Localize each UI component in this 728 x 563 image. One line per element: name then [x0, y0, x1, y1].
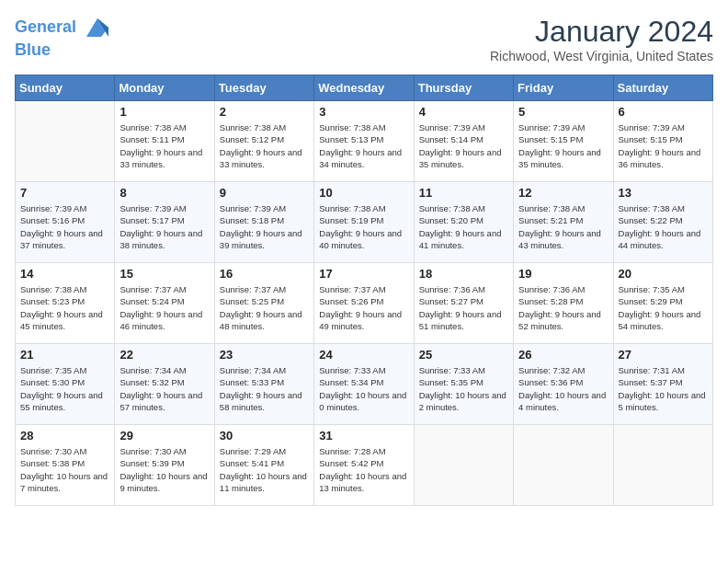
calendar-cell: 12Sunrise: 7:38 AMSunset: 5:21 PMDayligh… — [514, 182, 613, 263]
calendar-cell: 4Sunrise: 7:39 AMSunset: 5:14 PMDaylight… — [414, 101, 513, 182]
calendar-cell: 30Sunrise: 7:29 AMSunset: 5:41 PMDayligh… — [214, 425, 313, 506]
cell-info: Sunrise: 7:39 AMSunset: 5:15 PMDaylight:… — [619, 121, 708, 170]
day-number: 7 — [20, 186, 109, 200]
day-number: 5 — [518, 105, 608, 119]
weekday-header-row: SundayMondayTuesdayWednesdayThursdayFrid… — [16, 75, 713, 101]
calendar-cell: 18Sunrise: 7:36 AMSunset: 5:27 PMDayligh… — [414, 263, 513, 344]
cell-info: Sunrise: 7:39 AMSunset: 5:18 PMDaylight:… — [220, 202, 309, 251]
calendar-week-row: 21Sunrise: 7:35 AMSunset: 5:30 PMDayligh… — [16, 344, 713, 425]
cell-info: Sunrise: 7:37 AMSunset: 5:26 PMDaylight:… — [319, 283, 408, 332]
day-number: 26 — [518, 348, 608, 362]
calendar-cell: 3Sunrise: 7:38 AMSunset: 5:13 PMDaylight… — [314, 101, 414, 182]
day-number: 19 — [518, 267, 608, 281]
location: Richwood, West Virginia, United States — [490, 49, 713, 63]
calendar-cell: 26Sunrise: 7:32 AMSunset: 5:36 PMDayligh… — [514, 344, 613, 425]
calendar-cell: 21Sunrise: 7:35 AMSunset: 5:30 PMDayligh… — [16, 344, 115, 425]
day-number: 31 — [319, 429, 408, 442]
title-area: January 2024 Richwood, West Virginia, Un… — [490, 15, 713, 63]
cell-info: Sunrise: 7:37 AMSunset: 5:24 PMDaylight:… — [119, 283, 209, 332]
weekday-header-monday: Monday — [115, 75, 214, 101]
cell-info: Sunrise: 7:35 AMSunset: 5:30 PMDaylight:… — [20, 364, 109, 413]
day-number: 14 — [20, 267, 109, 281]
calendar-cell: 6Sunrise: 7:39 AMSunset: 5:15 PMDaylight… — [613, 101, 712, 182]
day-number: 9 — [220, 186, 309, 200]
calendar-week-row: 28Sunrise: 7:30 AMSunset: 5:38 PMDayligh… — [16, 425, 713, 506]
day-number: 17 — [319, 267, 408, 281]
cell-info: Sunrise: 7:39 AMSunset: 5:14 PMDaylight:… — [419, 121, 508, 170]
calendar-cell: 22Sunrise: 7:34 AMSunset: 5:32 PMDayligh… — [115, 344, 214, 425]
day-number: 25 — [419, 348, 508, 362]
calendar-cell: 28Sunrise: 7:30 AMSunset: 5:38 PMDayligh… — [16, 425, 115, 506]
calendar-cell — [16, 101, 115, 182]
day-number: 12 — [518, 186, 608, 200]
calendar-cell: 17Sunrise: 7:37 AMSunset: 5:26 PMDayligh… — [314, 263, 414, 344]
cell-info: Sunrise: 7:35 AMSunset: 5:29 PMDaylight:… — [619, 283, 708, 332]
calendar-table: SundayMondayTuesdayWednesdayThursdayFrid… — [15, 75, 713, 506]
weekday-header-wednesday: Wednesday — [314, 75, 414, 101]
day-number: 2 — [220, 105, 309, 119]
calendar-cell: 10Sunrise: 7:38 AMSunset: 5:19 PMDayligh… — [314, 182, 414, 263]
cell-info: Sunrise: 7:33 AMSunset: 5:35 PMDaylight:… — [419, 364, 508, 413]
weekday-header-thursday: Thursday — [414, 75, 513, 101]
day-number: 30 — [220, 429, 309, 442]
calendar-cell: 11Sunrise: 7:38 AMSunset: 5:20 PMDayligh… — [414, 182, 513, 263]
day-number: 4 — [419, 105, 508, 119]
cell-info: Sunrise: 7:38 AMSunset: 5:22 PMDaylight:… — [619, 202, 708, 251]
day-number: 18 — [419, 267, 508, 281]
cell-info: Sunrise: 7:32 AMSunset: 5:36 PMDaylight:… — [518, 364, 608, 413]
calendar-cell: 1Sunrise: 7:38 AMSunset: 5:11 PMDaylight… — [115, 101, 214, 182]
day-number: 27 — [619, 348, 708, 362]
calendar-cell: 7Sunrise: 7:39 AMSunset: 5:16 PMDaylight… — [16, 182, 115, 263]
cell-info: Sunrise: 7:38 AMSunset: 5:11 PMDaylight:… — [119, 121, 209, 170]
cell-info: Sunrise: 7:29 AMSunset: 5:41 PMDaylight:… — [220, 445, 309, 494]
day-number: 29 — [119, 429, 209, 442]
calendar-cell: 23Sunrise: 7:34 AMSunset: 5:33 PMDayligh… — [214, 344, 313, 425]
day-number: 13 — [619, 186, 708, 200]
day-number: 16 — [220, 267, 309, 281]
cell-info: Sunrise: 7:34 AMSunset: 5:32 PMDaylight:… — [119, 364, 209, 413]
cell-info: Sunrise: 7:39 AMSunset: 5:15 PMDaylight:… — [518, 121, 608, 170]
day-number: 11 — [419, 186, 508, 200]
day-number: 6 — [619, 105, 708, 119]
calendar-cell: 27Sunrise: 7:31 AMSunset: 5:37 PMDayligh… — [613, 344, 712, 425]
cell-info: Sunrise: 7:39 AMSunset: 5:16 PMDaylight:… — [20, 202, 109, 251]
cell-info: Sunrise: 7:30 AMSunset: 5:39 PMDaylight:… — [119, 445, 209, 494]
cell-info: Sunrise: 7:36 AMSunset: 5:28 PMDaylight:… — [518, 283, 608, 332]
day-number: 23 — [220, 348, 309, 362]
logo: General Blue — [15, 15, 112, 61]
weekday-header-tuesday: Tuesday — [214, 75, 313, 101]
day-number: 20 — [619, 267, 708, 281]
weekday-header-sunday: Sunday — [16, 75, 115, 101]
cell-info: Sunrise: 7:38 AMSunset: 5:23 PMDaylight:… — [20, 283, 109, 332]
calendar-cell: 25Sunrise: 7:33 AMSunset: 5:35 PMDayligh… — [414, 344, 513, 425]
day-number: 3 — [319, 105, 408, 119]
day-number: 8 — [119, 186, 209, 200]
day-number: 21 — [20, 348, 109, 362]
page-header: General Blue January 2024 Richwood, West… — [15, 15, 713, 63]
cell-info: Sunrise: 7:38 AMSunset: 5:19 PMDaylight:… — [319, 202, 408, 251]
cell-info: Sunrise: 7:38 AMSunset: 5:20 PMDaylight:… — [419, 202, 508, 251]
calendar-cell: 31Sunrise: 7:28 AMSunset: 5:42 PMDayligh… — [314, 425, 414, 506]
cell-info: Sunrise: 7:37 AMSunset: 5:25 PMDaylight:… — [220, 283, 309, 332]
calendar-cell: 16Sunrise: 7:37 AMSunset: 5:25 PMDayligh… — [214, 263, 313, 344]
calendar-cell — [514, 425, 613, 506]
day-number: 28 — [20, 429, 109, 442]
cell-info: Sunrise: 7:28 AMSunset: 5:42 PMDaylight:… — [319, 445, 408, 494]
calendar-cell: 2Sunrise: 7:38 AMSunset: 5:12 PMDaylight… — [214, 101, 313, 182]
day-number: 1 — [119, 105, 209, 119]
calendar-cell: 19Sunrise: 7:36 AMSunset: 5:28 PMDayligh… — [514, 263, 613, 344]
cell-info: Sunrise: 7:31 AMSunset: 5:37 PMDaylight:… — [619, 364, 708, 413]
day-number: 24 — [319, 348, 408, 362]
cell-info: Sunrise: 7:38 AMSunset: 5:13 PMDaylight:… — [319, 121, 408, 170]
calendar-cell: 20Sunrise: 7:35 AMSunset: 5:29 PMDayligh… — [613, 263, 712, 344]
calendar-cell: 15Sunrise: 7:37 AMSunset: 5:24 PMDayligh… — [115, 263, 214, 344]
calendar-cell: 5Sunrise: 7:39 AMSunset: 5:15 PMDaylight… — [514, 101, 613, 182]
month-title: January 2024 — [490, 15, 713, 49]
weekday-header-friday: Friday — [514, 75, 613, 101]
cell-info: Sunrise: 7:33 AMSunset: 5:34 PMDaylight:… — [319, 364, 408, 413]
cell-info: Sunrise: 7:36 AMSunset: 5:27 PMDaylight:… — [419, 283, 508, 332]
day-number: 15 — [119, 267, 209, 281]
calendar-cell: 24Sunrise: 7:33 AMSunset: 5:34 PMDayligh… — [314, 344, 414, 425]
cell-info: Sunrise: 7:30 AMSunset: 5:38 PMDaylight:… — [20, 445, 109, 494]
cell-info: Sunrise: 7:39 AMSunset: 5:17 PMDaylight:… — [119, 202, 209, 251]
